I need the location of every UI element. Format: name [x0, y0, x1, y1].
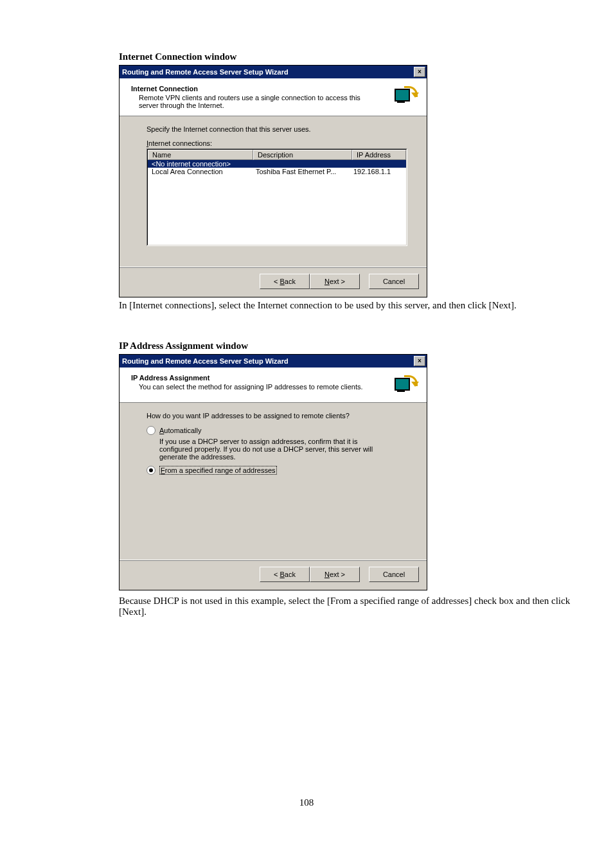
question-text: How do you want IP addresses to be assig…: [147, 412, 407, 420]
wizard-header-sub: You can select the method for assigning …: [139, 383, 370, 391]
next-button[interactable]: Next >: [310, 274, 360, 289]
cell-ip: [350, 160, 406, 168]
radio-icon: [147, 466, 155, 475]
close-icon[interactable]: ×: [414, 67, 425, 77]
wizard-header-title: IP Address Assignment: [131, 374, 388, 382]
back-button[interactable]: < Back: [260, 274, 310, 289]
cell-name: Local Area Connection: [148, 168, 252, 175]
section-caption-1: In [Internet connections], select the In…: [119, 300, 575, 311]
table-row[interactable]: Local Area ConnectionToshiba Fast Ethern…: [148, 168, 406, 175]
radio-icon: [147, 426, 155, 435]
col-name[interactable]: Name: [148, 150, 253, 160]
cell-desc: Toshiba Fast Ethernet P...: [252, 168, 350, 175]
next-button[interactable]: Next >: [310, 567, 360, 582]
radio-label: Automatically: [159, 427, 201, 434]
section-heading-2: IP Address Assignment window: [119, 341, 613, 351]
col-description[interactable]: Description: [253, 150, 352, 160]
cell-ip: 192.168.1.1: [350, 168, 406, 175]
titlebar-text: Routing and Remote Access Server Setup W…: [122, 357, 289, 365]
wizard-icon: [393, 85, 418, 107]
wizard-header: IP Address Assignment You can select the…: [120, 368, 427, 403]
col-ip[interactable]: IP Address: [352, 150, 406, 160]
page-number: 108: [0, 797, 613, 808]
radio-label: From a specified range of addresses: [159, 466, 277, 475]
radio-automatically[interactable]: Automatically: [147, 426, 407, 435]
close-icon[interactable]: ×: [414, 356, 425, 366]
section-heading-1: Internet Connection window: [119, 51, 613, 62]
radio-auto-desc: If you use a DHCP server to assign addre…: [159, 438, 391, 461]
wizard-header: Internet Connection Remote VPN clients a…: [120, 78, 427, 116]
dialog-ip-assignment: Routing and Remote Access Server Setup W…: [119, 354, 427, 590]
cancel-button[interactable]: Cancel: [369, 274, 419, 289]
cancel-button[interactable]: Cancel: [369, 567, 419, 582]
cell-desc: [252, 160, 350, 168]
instruction-text: Specify the Internet connection that thi…: [147, 125, 407, 133]
titlebar: Routing and Remote Access Server Setup W…: [120, 355, 427, 368]
section-caption-2: Because DHCP is not used in this example…: [119, 596, 575, 617]
listview-header: Name Description IP Address: [148, 150, 406, 160]
titlebar-text: Routing and Remote Access Server Setup W…: [122, 68, 289, 76]
list-label: Internet connections:: [147, 139, 407, 147]
wizard-header-sub: Remote VPN clients and routers use a sin…: [139, 94, 370, 109]
wizard-header-title: Internet Connection: [131, 85, 388, 93]
dialog-internet-connection: Routing and Remote Access Server Setup W…: [119, 65, 427, 297]
back-button[interactable]: < Back: [260, 567, 310, 582]
wizard-icon: [393, 374, 418, 396]
connections-listview[interactable]: Name Description IP Address <No internet…: [147, 148, 407, 246]
cell-name: <No internet connection>: [148, 160, 252, 168]
titlebar: Routing and Remote Access Server Setup W…: [120, 66, 427, 78]
table-row[interactable]: <No internet connection>: [148, 160, 406, 168]
radio-from-range[interactable]: From a specified range of addresses: [147, 466, 407, 475]
